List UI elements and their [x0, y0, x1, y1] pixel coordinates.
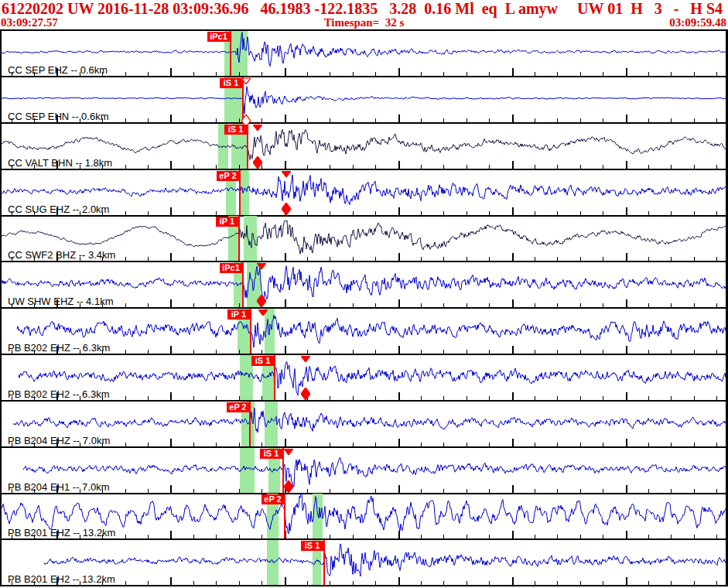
- phase-pick-label[interactable]: iS 1: [260, 449, 282, 459]
- waveform-trace: [2, 355, 726, 400]
- trace-panel[interactable]: iPc1UW SHW EHZ -- 4.1km: [2, 262, 726, 309]
- phase-pick-label[interactable]: iP 1: [216, 217, 238, 227]
- predicted-arrival-diamond-icon: [253, 156, 262, 169]
- channel-label: PB B204 EH1 -- 7.0km: [8, 481, 110, 493]
- phase-pick-line[interactable]: [230, 31, 231, 76]
- channel-label: PB B204 EHZ -- 7.0km: [8, 435, 110, 446]
- trace-panel[interactable]: iP 1PB B202 EHZ -- 6.3km: [2, 309, 726, 355]
- phase-pick-label[interactable]: iPc1: [220, 263, 242, 273]
- waveform-trace: [2, 77, 726, 122]
- waveform-trace: [2, 402, 726, 446]
- channel-label: CC VALT BHN -- 1.8km: [8, 157, 112, 169]
- channel-label: CC SEP EHN -- 0.6km: [8, 111, 109, 122]
- phase-pick-line[interactable]: [247, 124, 248, 169]
- channel-label: CC SEP EHZ -- 0.6km: [8, 64, 108, 76]
- predicted-arrival-triangle-icon: [301, 356, 310, 362]
- trace-panel[interactable]: iS 1CC SEP EHN -- 0.6km: [2, 77, 726, 124]
- phase-pick-label[interactable]: iPc1: [207, 32, 230, 42]
- phase-pick-label[interactable]: iP 1: [227, 309, 250, 320]
- channel-label: PB B202 EHZ -- 6.3km: [8, 342, 110, 354]
- waveform-trace: [2, 170, 726, 215]
- seismogram-viewer-window: 61220202 UW 2016-11-28 03:09:36.96 46.19…: [0, 0, 728, 588]
- predicted-arrival-triangle-icon: [282, 171, 291, 177]
- phase-pick-line[interactable]: [238, 216, 240, 261]
- phase-pick-label[interactable]: iS 1: [220, 78, 242, 88]
- window-end-time: 03:09:59.48: [669, 16, 726, 29]
- predicted-arrival-triangle-icon: [284, 449, 293, 455]
- phase-pick-label[interactable]: iS 1: [301, 541, 323, 551]
- predicted-arrival-triangle-icon: [257, 263, 266, 269]
- phase-pick-line[interactable]: [242, 262, 244, 307]
- phase-pick-line[interactable]: [249, 402, 251, 446]
- phase-pick-line[interactable]: [250, 309, 251, 354]
- channel-label: PB B201 EHZ -- 13.2km: [8, 527, 115, 538]
- phase-pick-line[interactable]: [323, 540, 325, 585]
- trace-panel[interactable]: iPc1CC SEP EHZ -- 0.6km: [2, 31, 726, 77]
- trace-panel[interactable]: iS 1PB B202 EH2 -- 6.3km: [2, 355, 726, 402]
- predicted-arrival-diamond-icon: [301, 388, 310, 400]
- predicted-arrival-triangle-icon: [258, 309, 268, 316]
- phase-pick-label[interactable]: eP 2: [227, 402, 249, 412]
- trace-panel[interactable]: iS 1CC VALT BHN -- 1.8km: [2, 124, 726, 170]
- predicted-arrival-diamond-icon: [282, 203, 291, 215]
- phase-pick-label[interactable]: eP 2: [261, 494, 284, 504]
- trace-panel[interactable]: eP 2PB B204 EHZ -- 7.0km: [2, 402, 726, 448]
- predicted-arrival-diamond-icon: [257, 295, 266, 307]
- channel-label: CC SUG EHZ -- 2.0km: [8, 203, 109, 215]
- phase-pick-line[interactable]: [284, 494, 285, 538]
- trace-panel[interactable]: iS 1PB B201 EH2 -- 13.2km: [2, 540, 726, 586]
- phase-pick-label[interactable]: eP 2: [217, 171, 239, 181]
- predicted-arrival-diamond-icon: [284, 480, 293, 493]
- phase-pick-line[interactable]: [274, 355, 275, 400]
- channel-label: PB B202 EH2 -- 6.3km: [8, 388, 110, 400]
- trace-panel[interactable]: iP 1CC SWF2 BHZ -- 3.4km: [2, 216, 726, 262]
- trace-panel[interactable]: eP 2CC SUG EHZ -- 2.0km: [2, 170, 726, 217]
- phase-pick-line[interactable]: [239, 170, 241, 215]
- waveform-trace: [2, 309, 726, 354]
- waveform-trace: [2, 31, 726, 76]
- trace-panel[interactable]: eP 2PB B201 EHZ -- 13.2km: [2, 494, 726, 540]
- predicted-arrival-triangle-icon: [241, 78, 251, 84]
- channel-label: CC SWF2 BHZ -- 3.4km: [8, 249, 115, 261]
- timespan-label: Timespan= 32 s: [0, 16, 728, 29]
- channel-label: PB B201 EH2 -- 13.2km: [8, 573, 115, 585]
- phase-pick-label[interactable]: iS 1: [251, 356, 274, 366]
- trace-panel[interactable]: iS 1PB B204 EH1 -- 7.0km: [2, 448, 726, 494]
- trace-plot-area: iPc1CC SEP EHZ -- 0.6kmiS 1CC SEP EHN --…: [0, 29, 728, 586]
- channel-label: UW SHW EHZ -- 4.1km: [8, 296, 114, 307]
- phase-pick-label[interactable]: iS 1: [224, 125, 247, 135]
- event-summary-header: 61220202 UW 2016-11-28 03:09:36.96 46.19…: [2, 0, 728, 18]
- predicted-arrival-triangle-icon: [253, 125, 262, 131]
- waveform-trace: [2, 448, 726, 493]
